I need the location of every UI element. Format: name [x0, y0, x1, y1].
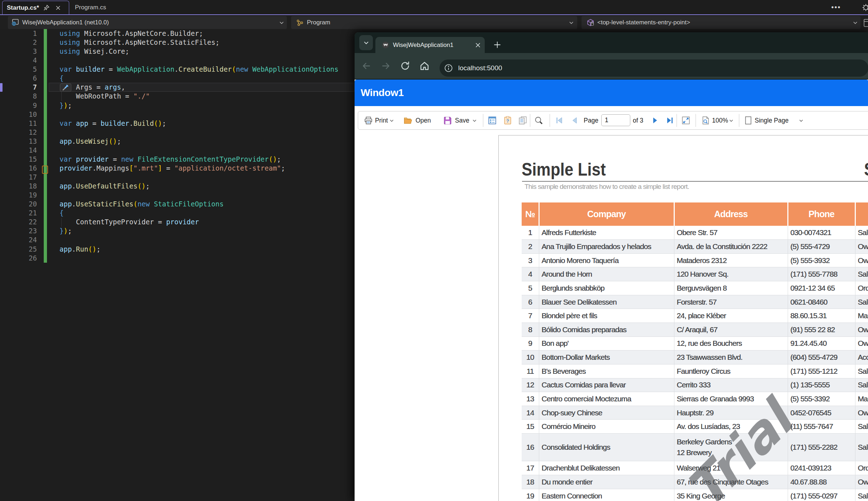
table-cell: Drachenblut Delikatessen	[539, 461, 674, 475]
reload-button[interactable]	[400, 61, 411, 71]
toolbar-separator	[483, 114, 483, 127]
table-cell: 1	[522, 226, 539, 240]
table-row: 3Antonio Moreno TaqueríaMataderos 2312(5…	[522, 253, 868, 267]
close-icon[interactable]	[54, 4, 62, 12]
table-cell: Fauntleroy Circus	[674, 364, 788, 378]
zoom-value-label[interactable]: 100%	[712, 111, 728, 129]
type-dropdown[interactable]: Program	[291, 16, 577, 29]
table-cell: 12, rue des Bouchers	[674, 337, 788, 350]
line-number: 18	[0, 182, 37, 191]
line-number: 5	[0, 65, 37, 74]
table-cell: 8	[522, 323, 539, 337]
browser-toolbar: localhost:5000	[355, 53, 868, 79]
table-cell: Centro comercial Moctezuma	[539, 392, 674, 406]
table-cell: Avda. de la Constitución 2222	[674, 240, 788, 254]
chevron-down-icon[interactable]	[389, 118, 395, 123]
table-cell: Owner	[855, 406, 868, 420]
tab-startup-cs[interactable]: Startup.cs*	[2, 1, 69, 14]
window-title-bar[interactable]: Window1	[355, 80, 868, 106]
member-dropdown[interactable]: <top-level-statements-entry-point>	[582, 16, 860, 29]
code-editor[interactable]: 1234567891011121314151617181920212223242…	[0, 29, 355, 501]
code-line: using Microsoft.AspNetCore.StaticFiles;	[60, 38, 338, 47]
chevron-down-icon[interactable]	[798, 118, 804, 123]
code-line	[60, 235, 338, 244]
last-page-button[interactable]	[665, 111, 674, 129]
tab-close-icon[interactable]	[474, 41, 482, 49]
tab-list-chevron-button[interactable]	[359, 35, 373, 50]
tab-overflow-icon[interactable]: •••	[828, 0, 844, 14]
copy-page-icon[interactable]	[518, 111, 527, 129]
code-text: using Microsoft.AspNetCore.Builder;using…	[60, 29, 338, 263]
quick-actions-icon[interactable]	[60, 84, 71, 92]
table-cell: 18	[522, 475, 539, 489]
table-cell: Consolidated Holdings	[539, 434, 674, 461]
line-number: 4	[0, 56, 37, 65]
table-cell: Marketing Manager	[855, 309, 868, 323]
type-dropdown-label: Program	[307, 19, 330, 26]
project-dropdown[interactable]: WisejWebApplication1 (net10.0)	[8, 16, 287, 29]
page-label: Page	[584, 111, 598, 129]
fullscreen-button[interactable]	[681, 111, 691, 129]
new-tab-button[interactable]	[493, 40, 502, 49]
table-cell: (5) 555-3392	[788, 392, 855, 406]
table-cell: Sales Associate	[855, 420, 868, 434]
table-cell: 2	[522, 240, 539, 254]
table-cell: 19	[522, 489, 539, 501]
next-page-button[interactable]	[651, 111, 659, 129]
address-bar[interactable]: localhost:5000	[440, 59, 868, 77]
save-icon[interactable]	[443, 111, 452, 129]
line-number: 1	[0, 29, 37, 38]
code-line: WebRootPath = "./"	[60, 92, 338, 101]
previous-page-button[interactable]	[570, 111, 579, 129]
table-cell: Owner	[855, 475, 868, 489]
chevron-down-icon[interactable]	[729, 118, 734, 123]
report-title: Simple List	[522, 161, 606, 178]
open-icon[interactable]	[403, 111, 413, 129]
print-button[interactable]: Print	[375, 111, 388, 129]
line-number: 19	[0, 191, 37, 200]
view-mode-label[interactable]: Single Page	[755, 111, 788, 129]
line-numbers: 1234567891011121314151617181920212223242…	[0, 29, 37, 263]
code-line	[60, 56, 338, 65]
zoom-page-icon[interactable]	[701, 111, 710, 129]
table-cell: Owner	[855, 323, 868, 337]
table-cell: Sales Agent	[855, 378, 868, 392]
code-line: {	[60, 74, 338, 83]
pin-icon[interactable]	[43, 4, 51, 12]
page-number-input[interactable]	[601, 114, 630, 126]
parameters-icon[interactable]	[488, 111, 497, 129]
line-number: 20	[0, 200, 37, 209]
code-line: var app = builder.Build();	[60, 119, 338, 128]
browser-tab[interactable]: WisejWebApplication1	[375, 37, 485, 53]
column-header: Phone	[788, 202, 855, 226]
table-cell: Sierras de Granada 9993	[674, 392, 788, 406]
table-cell: Blauer See Delikatessen	[539, 295, 674, 309]
column-header: Address	[674, 202, 788, 226]
tab-program-cs[interactable]: Program.cs	[69, 1, 112, 14]
report-page-border-left	[498, 135, 499, 501]
table-row: 2Ana Trujillo Emparedados y heladosAvda.…	[522, 240, 868, 254]
single-page-icon[interactable]	[744, 111, 752, 129]
site-info-icon[interactable]	[444, 63, 453, 73]
first-page-button[interactable]	[555, 111, 564, 129]
clipboard-help-icon[interactable]: ?	[503, 111, 512, 129]
back-button[interactable]	[361, 61, 372, 71]
toolbar-separator	[550, 114, 550, 127]
table-row: 12Cactus Comidas para llevarCerrito 333(…	[522, 378, 868, 392]
line-number: 11	[0, 119, 37, 128]
table-cell: Bottom-Dollar Markets	[539, 350, 674, 364]
print-icon[interactable]	[364, 111, 373, 129]
open-button[interactable]: Open	[416, 111, 431, 129]
save-button[interactable]: Save	[455, 111, 469, 129]
search-icon[interactable]	[534, 111, 544, 129]
table-row: 17Drachenblut DelikatessenWalserweg 2102…	[522, 461, 868, 475]
line-number: 26	[0, 254, 37, 263]
table-cell: (171) 555-7788	[788, 267, 855, 281]
settings-gear-icon[interactable]	[860, 3, 868, 11]
chevron-down-icon[interactable]	[472, 118, 478, 123]
home-button[interactable]	[419, 61, 430, 71]
table-cell: 4	[522, 267, 539, 281]
table-cell: Bólido Comidas preparadas	[539, 323, 674, 337]
forward-button[interactable]	[380, 61, 391, 71]
table-cell: Bon app'	[539, 337, 674, 350]
